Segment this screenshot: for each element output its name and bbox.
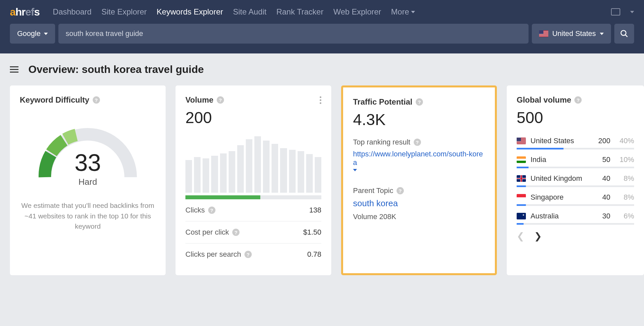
kd-title: Keyword Difficulty [20, 95, 89, 105]
svg-point-0 [621, 30, 626, 35]
help-icon[interactable]: ? [208, 207, 215, 214]
help-icon[interactable]: ? [397, 187, 404, 194]
gv-country: United States [531, 137, 574, 145]
gv-bar [517, 204, 634, 206]
tp-parent-topic-label-row: Parent Topic ? [353, 186, 485, 195]
main-nav: Dashboard Site Explorer Keywords Explore… [53, 7, 415, 16]
flag-sg-icon [517, 194, 526, 201]
gv-percent: 6% [616, 212, 634, 220]
tp-title: Traffic Potential [353, 97, 412, 107]
tp-top-result-url: https://www.lonelyplanet.com/south-korea [353, 150, 485, 167]
tp-top-result-label: Top ranking result [353, 138, 410, 147]
chevron-down-icon [600, 33, 604, 35]
gv-row[interactable]: Singapore408% [517, 193, 634, 206]
kd-title-row: Keyword Difficulty ? [20, 95, 156, 105]
stat-value: 0.78 [307, 250, 321, 259]
search-icon [620, 29, 628, 38]
nav-keywords-explorer[interactable]: Keywords Explorer [157, 7, 223, 16]
gv-country: Singapore [531, 193, 564, 202]
help-icon[interactable]: ? [93, 96, 100, 104]
gv-country: Australia [531, 212, 559, 220]
trend-bar [272, 144, 278, 193]
page-header: Overview: south korea travel guide [10, 63, 634, 76]
tp-top-result-link[interactable]: https://www.lonelyplanet.com/south-korea [353, 150, 485, 173]
help-icon[interactable]: ? [232, 229, 240, 236]
gv-row[interactable]: Australia306% [517, 212, 634, 225]
search-engine-selector[interactable]: Google [10, 24, 55, 44]
help-icon[interactable]: ? [574, 96, 582, 104]
gv-bar [517, 223, 634, 225]
trend-bar [194, 157, 201, 193]
gv-pagination: ❮ ❯ [517, 231, 634, 242]
gv-percent: 10% [616, 155, 634, 164]
logo-part2: hr [16, 6, 25, 18]
search-button[interactable] [614, 24, 634, 44]
vol-menu-button[interactable] [320, 96, 321, 104]
help-icon[interactable]: ? [414, 139, 421, 146]
stat-label: Cost per click? [185, 228, 240, 237]
keyword-input-value: south korea travel guide [66, 29, 143, 38]
help-icon[interactable]: ? [217, 96, 224, 104]
logo[interactable]: ahrefs [10, 6, 40, 18]
trend-bar [246, 139, 252, 193]
trend-bar [263, 141, 270, 193]
trend-bar [280, 148, 287, 193]
kd-description: We estimate that you'll need backlinks f… [20, 200, 156, 232]
gv-bar [517, 148, 634, 149]
trend-bar [254, 136, 261, 193]
trend-bar [237, 145, 244, 193]
nav-site-audit[interactable]: Site Audit [233, 7, 266, 16]
help-icon[interactable]: ? [416, 98, 423, 106]
content-area: Overview: south korea travel guide Keywo… [0, 53, 644, 285]
trend-bar [315, 157, 321, 193]
gv-value: 500 [517, 109, 634, 127]
monitor-icon[interactable] [611, 8, 620, 16]
vol-header: Volume ? [185, 95, 321, 105]
account-chevron-icon[interactable] [630, 11, 634, 13]
gv-volume: 40 [602, 193, 616, 202]
nav-more[interactable]: More [391, 7, 415, 16]
vol-trend-chart [185, 133, 321, 193]
gv-row[interactable]: India5010% [517, 155, 634, 168]
nav-web-explorer[interactable]: Web Explorer [333, 7, 381, 16]
card-volume: Volume ? 200 Clicks?138Cost per click?$1… [176, 85, 331, 275]
gv-prev-button[interactable]: ❮ [517, 231, 524, 242]
search-engine-label: Google [17, 29, 41, 38]
metrics-cards: Keyword Difficulty ? 33 Hard [10, 85, 634, 275]
card-traffic-potential: Traffic Potential ? 4.3K Top ranking res… [341, 85, 497, 275]
tp-parent-topic-volume: Volume 208K [353, 212, 485, 221]
gv-volume: 30 [602, 212, 616, 220]
gv-row[interactable]: United States20040% [517, 137, 634, 149]
nav-rank-tracker[interactable]: Rank Tracker [276, 7, 324, 16]
gv-row[interactable]: United Kingdom408% [517, 174, 634, 187]
nav-dashboard[interactable]: Dashboard [53, 7, 91, 16]
vol-green-bar [185, 195, 321, 199]
stat-value: $1.50 [303, 228, 321, 237]
stat-label: Clicks? [185, 206, 215, 214]
svg-line-1 [625, 35, 628, 37]
tp-title-row: Traffic Potential ? [353, 97, 485, 107]
flag-gb-icon [517, 175, 526, 182]
kd-gauge: 33 Hard [20, 118, 156, 184]
kd-difficulty-label: Hard [32, 177, 144, 187]
gv-bar [517, 185, 634, 187]
gv-percent: 40% [616, 137, 634, 145]
trend-bar [203, 158, 209, 193]
stat-label: Clicks per search? [185, 250, 252, 259]
keyword-input[interactable]: south korea travel guide [58, 24, 529, 44]
help-icon[interactable]: ? [244, 251, 252, 258]
vol-title: Volume [185, 95, 213, 105]
sidebar-toggle-icon[interactable] [10, 66, 18, 73]
logo-part1: a [10, 6, 16, 18]
gv-next-button[interactable]: ❯ [534, 231, 542, 242]
chevron-down-icon [353, 169, 357, 171]
country-selector[interactable]: United States [532, 24, 611, 44]
tp-parent-topic-link[interactable]: south korea [353, 198, 485, 209]
top-nav: ahrefs Dashboard Site Explorer Keywords … [0, 0, 644, 24]
nav-site-explorer[interactable]: Site Explorer [101, 7, 146, 16]
country-label: United States [552, 29, 596, 38]
trend-bar [306, 154, 313, 193]
tp-top-result-label-row: Top ranking result ? [353, 138, 485, 147]
gv-percent: 8% [616, 174, 634, 183]
gv-title: Global volume [517, 95, 571, 105]
